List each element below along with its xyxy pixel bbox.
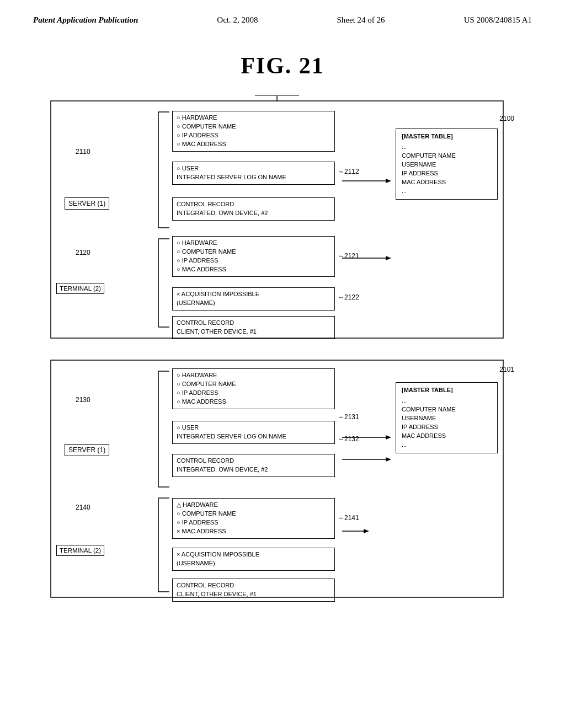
mt1-row6: ... xyxy=(402,187,492,196)
label-2122: ～2122 xyxy=(338,293,359,302)
server1b-name: SERVER (1) xyxy=(65,444,109,456)
s1bu2: INTEGRATED SERVER LOG ON NAME xyxy=(177,432,331,441)
label-2140: 2140 xyxy=(76,504,90,511)
t2ba2: (USERNAME) xyxy=(177,559,331,568)
mt2-title: [MASTER TABLE] xyxy=(402,386,492,395)
s1h1: ○ HARDWARE xyxy=(177,114,331,122)
s1u1: ○ USER xyxy=(177,164,331,173)
svg-marker-7 xyxy=(386,256,391,260)
t2ba1: × ACQUISITION IMPOSSIBLE xyxy=(177,550,331,559)
mt1-row3: USERNAME xyxy=(402,160,492,169)
s1bc1: CONTROL RECORD xyxy=(177,457,331,465)
mt2-row3: USERNAME xyxy=(402,414,492,423)
t2a2: (USERNAME) xyxy=(177,299,331,308)
mt1-row2: COMPUTER NAME xyxy=(402,152,492,160)
server1b-user-box: ○ USER INTEGRATED SERVER LOG ON NAME xyxy=(172,421,335,444)
server1-hardware-box: ○ HARDWARE ○ COMPUTER NAME ○ IP ADDRESS … xyxy=(172,111,335,152)
t2bh3: ○ IP ADDRESS xyxy=(177,518,331,527)
s1h2: ○ COMPUTER NAME xyxy=(177,122,331,131)
s1h3: ○ IP ADDRESS xyxy=(177,131,331,140)
s1bc2: INTEGRATED, OWN DEVICE, #2 xyxy=(177,465,331,474)
svg-marker-21 xyxy=(386,435,391,440)
server1b-hardware-box: ○ HARDWARE ○ COMPUTER NAME ○ IP ADDRESS … xyxy=(172,368,335,409)
mt1-row4: IP ADDRESS xyxy=(402,169,492,178)
svg-marker-5 xyxy=(386,179,391,183)
mt2-row1: ... xyxy=(402,397,492,405)
mt2-row6: ... xyxy=(402,441,492,449)
label-2112: ～2112 xyxy=(338,167,359,176)
mt2-row2: COMPUTER NAME xyxy=(402,405,492,414)
t2bc1: CONTROL RECORD xyxy=(177,581,331,590)
svg-marker-25 xyxy=(364,529,369,533)
mt2-row4: IP ADDRESS xyxy=(402,423,492,432)
t2h2: ○ COMPUTER NAME xyxy=(177,248,331,256)
label-2121: ～2121 xyxy=(338,251,359,261)
server1-user-box: ○ USER INTEGRATED SERVER LOG ON NAME xyxy=(172,162,335,185)
t2bh2: ○ COMPUTER NAME xyxy=(177,510,331,518)
s1c1: CONTROL RECORD xyxy=(177,200,331,209)
header-sheet: Sheet 24 of 26 xyxy=(337,15,385,25)
mt1-row5: MAC ADDRESS xyxy=(402,178,492,187)
page-header: Patent Application Publication Oct. 2, 2… xyxy=(0,0,565,25)
s1bh2: ○ COMPUTER NAME xyxy=(177,380,331,389)
s1h4: ○ MAC ADDRESS xyxy=(177,140,331,149)
label-2101: 2101 xyxy=(499,366,514,373)
label-2132: ～2132 xyxy=(338,435,359,444)
label-2131: ～2131 xyxy=(338,413,359,422)
s1c2: INTEGRATED, OWN DEVICE, #2 xyxy=(177,209,331,218)
header-date: Oct. 2, 2008 xyxy=(217,15,258,25)
t2h3: ○ IP ADDRESS xyxy=(177,256,331,265)
header-patent: US 2008/240815 A1 xyxy=(464,15,532,25)
s1u2: INTEGRATED SERVER LOG ON NAME xyxy=(177,173,331,182)
server1b-control-box: CONTROL RECORD INTEGRATED, OWN DEVICE, #… xyxy=(172,454,335,477)
t2c1: CONTROL RECORD xyxy=(177,319,331,328)
t2bh4: × MAC ADDRESS xyxy=(177,527,331,536)
terminal2-hardware-box: ○ HARDWARE ○ COMPUTER NAME ○ IP ADDRESS … xyxy=(172,236,335,277)
t2h4: ○ MAC ADDRESS xyxy=(177,265,331,274)
master-table-2100: [MASTER TABLE] ... COMPUTER NAME USERNAM… xyxy=(396,129,498,200)
label-2110: 2110 xyxy=(76,148,90,156)
fig-title: FIG. 21 xyxy=(0,52,565,79)
t2a1: × ACQUISITION IMPOSSIBLE xyxy=(177,290,331,299)
server1-name: SERVER (1) xyxy=(65,197,109,210)
s1bh1: ○ HARDWARE xyxy=(177,371,331,380)
t2h1: ○ HARDWARE xyxy=(177,239,331,248)
t2c2: CLIENT, OTHER DEVICE, #1 xyxy=(177,328,331,336)
terminal2b-acq-box: × ACQUISITION IMPOSSIBLE (USERNAME) xyxy=(172,548,335,571)
terminal2b-control-box: CONTROL RECORD CLIENT, OTHER DEVICE, #1 xyxy=(172,579,335,602)
mt2-row5: MAC ADDRESS xyxy=(402,432,492,441)
master-table-2101: [MASTER TABLE] ... COMPUTER NAME USERNAM… xyxy=(396,382,498,453)
t2bc2: CLIENT, OTHER DEVICE, #1 xyxy=(177,590,331,599)
s1bh4: ○ MAC ADDRESS xyxy=(177,398,331,406)
terminal2b-hardware-box: △ HARDWARE ○ COMPUTER NAME ○ IP ADDRESS … xyxy=(172,498,335,539)
terminal2-acq-box: × ACQUISITION IMPOSSIBLE (USERNAME) xyxy=(172,287,335,311)
label-2141: ～2141 xyxy=(338,513,359,523)
t2bh1: △ HARDWARE xyxy=(177,501,331,510)
header-publication: Patent Application Publication xyxy=(33,15,138,25)
terminal2-name: TERMINAL (2) xyxy=(56,283,104,294)
s1bh3: ○ IP ADDRESS xyxy=(177,389,331,398)
label-2100: 2100 xyxy=(499,115,514,122)
mt1-row1: ... xyxy=(402,143,492,152)
svg-marker-23 xyxy=(386,457,391,462)
mt1-title: [MASTER TABLE] xyxy=(402,132,492,141)
s1bu1: ○ USER xyxy=(177,424,331,432)
terminal2-control-box: CONTROL RECORD CLIENT, OTHER DEVICE, #1 xyxy=(172,316,335,339)
terminal2b-name: TERMINAL (2) xyxy=(56,545,104,556)
server1-control-box: CONTROL RECORD INTEGRATED, OWN DEVICE, #… xyxy=(172,197,335,221)
label-2120: 2120 xyxy=(76,249,90,256)
label-2130: 2130 xyxy=(76,396,90,404)
diagram: 2100 [MASTER TABLE] ... COMPUTER NAME US… xyxy=(45,95,520,702)
